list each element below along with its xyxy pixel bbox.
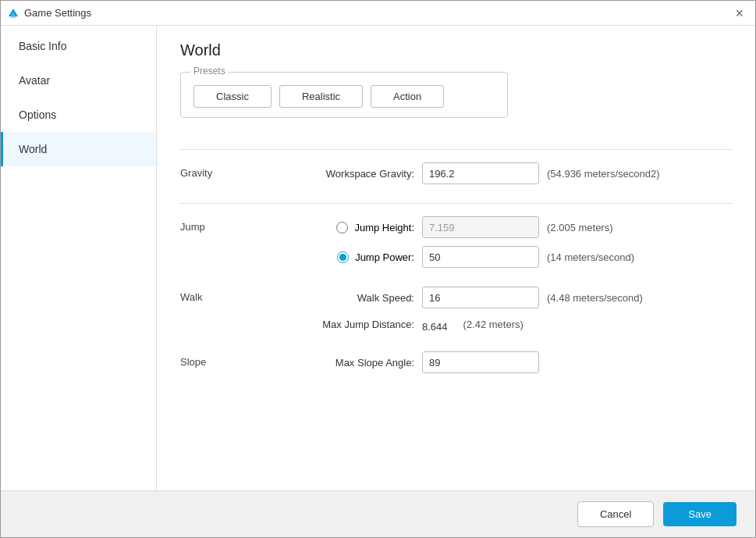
jump-fields: Jump Height: (2.005 meters) Jump Power: … (289, 216, 732, 268)
preset-realistic-button[interactable]: Realistic (279, 85, 363, 108)
game-settings-window: Game Settings ✕ Basic Info Avatar Option… (0, 0, 756, 538)
walk-speed-row: Walk Speed: (4.48 meters/second) (289, 287, 732, 308)
sidebar-item-options[interactable]: Options (1, 98, 156, 132)
max-slope-angle-input[interactable] (422, 351, 539, 373)
jump-section: Jump Jump Height: (2.005 meters) Jum (180, 216, 732, 268)
jump-height-row: Jump Height: (2.005 meters) (289, 216, 732, 238)
workspace-gravity-input[interactable] (422, 162, 539, 184)
walk-speed-label: Walk Speed: (289, 292, 414, 304)
slope-section: Slope Max Slope Angle: (180, 351, 732, 373)
jump-power-row: Jump Power: (14 meters/second) (289, 246, 732, 268)
content-area: World Presets Classic Realistic Action G… (157, 26, 755, 490)
divider-1 (180, 149, 732, 150)
preset-classic-button[interactable]: Classic (193, 85, 272, 108)
walk-label: Walk (180, 287, 289, 303)
jump-power-label: Jump Power: (355, 251, 414, 263)
workspace-gravity-label: Workspace Gravity: (289, 168, 414, 180)
jump-label: Jump (180, 216, 289, 233)
max-jump-distance-unit: (2.42 meters) (463, 319, 588, 330)
max-jump-distance-value: 8.644 (422, 316, 448, 333)
window-title: Game Settings (24, 7, 730, 19)
gravity-label: Gravity (180, 162, 289, 179)
workspace-gravity-row: Workspace Gravity: (54.936 meters/second… (289, 162, 732, 184)
sidebar-item-basic-info[interactable]: Basic Info (1, 29, 156, 63)
workspace-gravity-unit: (54.936 meters/second2) (547, 168, 672, 180)
jump-height-input[interactable] (422, 216, 539, 238)
max-slope-angle-row: Max Slope Angle: (289, 351, 732, 373)
walk-speed-unit: (4.48 meters/second) (547, 292, 672, 304)
jump-power-input[interactable] (422, 246, 539, 268)
jump-height-label: Jump Height: (354, 222, 414, 233)
game-icon (7, 7, 20, 20)
gravity-section: Gravity Workspace Gravity: (54.936 meter… (180, 162, 732, 184)
jump-power-radio[interactable] (337, 251, 349, 263)
jump-height-radio-group: Jump Height: (289, 222, 414, 233)
jump-power-unit: (14 meters/second) (547, 251, 672, 263)
save-button[interactable]: Save (663, 502, 736, 526)
jump-height-unit: (2.005 meters) (547, 222, 672, 233)
cancel-button[interactable]: Cancel (577, 501, 654, 527)
max-jump-distance-row: Max Jump Distance: 8.644 (2.42 meters) (289, 316, 732, 333)
walk-fields: Walk Speed: (4.48 meters/second) Max Jum… (289, 287, 732, 333)
main-content: Basic Info Avatar Options World World Pr… (1, 26, 755, 490)
preset-action-button[interactable]: Action (371, 85, 444, 108)
max-slope-angle-label: Max Slope Angle: (289, 357, 414, 369)
sidebar: Basic Info Avatar Options World (1, 26, 157, 490)
slope-label: Slope (180, 351, 289, 368)
max-jump-distance-label: Max Jump Distance: (289, 319, 414, 330)
presets-buttons: Classic Realistic Action (193, 85, 495, 108)
presets-legend: Presets (190, 66, 229, 77)
jump-height-radio[interactable] (336, 222, 348, 233)
sidebar-item-world[interactable]: World (1, 132, 156, 166)
presets-group: Presets Classic Realistic Action (180, 72, 508, 118)
jump-power-radio-group: Jump Power: (289, 251, 414, 263)
close-button[interactable]: ✕ (730, 4, 749, 23)
title-bar: Game Settings ✕ (1, 1, 755, 26)
slope-fields: Max Slope Angle: (289, 351, 732, 373)
walk-speed-input[interactable] (422, 287, 539, 308)
walk-section: Walk Walk Speed: (4.48 meters/second) Ma… (180, 287, 732, 333)
footer: Cancel Save (1, 490, 755, 537)
gravity-fields: Workspace Gravity: (54.936 meters/second… (289, 162, 732, 184)
divider-2 (180, 203, 732, 204)
sidebar-item-avatar[interactable]: Avatar (1, 63, 156, 98)
page-title: World (180, 41, 732, 59)
